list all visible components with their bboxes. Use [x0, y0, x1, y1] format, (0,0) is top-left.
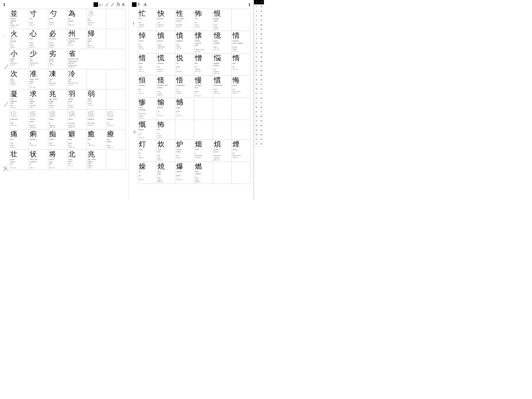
kanji-reading: –YUr 104 s 18	[88, 140, 105, 146]
index-num-28[interactable]: 28	[254, 123, 259, 128]
index-num-56[interactable]: 56	[259, 105, 264, 110]
index-num-23[interactable]: 23	[254, 101, 259, 105]
kanji-meaning: bosom;yearn forKAI	[195, 40, 212, 47]
index-num-61[interactable]: 61	[259, 128, 264, 133]
kanji-cell-empty	[106, 69, 125, 89]
kanji-char: 次	[10, 70, 28, 77]
kanji-cell: 兆 sign, omen;trillion CHŌkizashi..r 10 s…	[87, 150, 106, 170]
table-row: 慨 deplore –GAI#r 61 s 13 怖 fear –FUkowai…	[138, 120, 250, 139]
index-num-6[interactable]: 6	[254, 23, 259, 27]
index-num-51[interactable]: 51	[259, 82, 264, 87]
kanji-meaning: seek,request	[30, 98, 47, 102]
index-num-53[interactable]: 53	[259, 91, 264, 96]
index-num-11[interactable]: 11	[254, 46, 259, 50]
kanji-reading: –BŌisogashiir 61 s 6	[139, 20, 156, 28]
index-num-31[interactable]: 31	[254, 137, 259, 142]
index-num-30[interactable]: 30	[254, 133, 259, 137]
right-stroke-icons: 忄 火	[132, 2, 147, 7]
kanji-meaning: explode	[176, 171, 193, 173]
index-num-44[interactable]: 44	[259, 50, 264, 55]
index-num-13[interactable]: 13	[254, 55, 259, 59]
kanji-char: 畑	[195, 140, 212, 148]
index-num-58[interactable]: 58	[259, 114, 264, 119]
index-num-20[interactable]: 20	[254, 87, 259, 91]
kanji-cell: 氷 ice HYŌkōri kō- hir 85 s 5	[87, 9, 106, 29]
index-num-32[interactable]: 32	[254, 142, 259, 146]
index-num-39[interactable]: 39	[259, 27, 264, 32]
kanji-reading: –KAIayashi..r 61 s 8	[158, 89, 174, 97]
index-num-46[interactable]: 46	[259, 59, 264, 64]
index-num-2[interactable]: 2	[254, 5, 259, 9]
kanji-reading: –EKI YAKUr 104 s 9	[88, 120, 105, 126]
right-stroke-sequence: 忄 火	[138, 2, 147, 7]
index-num-60[interactable]: 60	[259, 123, 264, 128]
index-num-38[interactable]: 38	[259, 23, 264, 27]
index-num-24[interactable]: 24	[254, 105, 259, 110]
index-num-12[interactable]: 12	[254, 50, 259, 55]
index-num-34[interactable]: 34	[259, 5, 264, 9]
kanji-meaning: leader;soon	[49, 158, 66, 163]
index-num-63[interactable]: 63	[259, 137, 264, 142]
index-num-15[interactable]: 15	[254, 64, 259, 69]
kanji-cell: 弱 weak JAKUyowai..r 57 s 10	[87, 89, 106, 109]
index-num-59[interactable]: 59	[259, 119, 264, 123]
index-num-1[interactable]: 1	[254, 0, 259, 5]
index-num-26[interactable]: 26	[254, 114, 259, 119]
kanji-cell: 慢 arrogant;lazy –MAN#r 61 s 14	[194, 76, 213, 97]
index-num-41[interactable]: 41	[259, 37, 264, 41]
index-num-3[interactable]: 3	[254, 9, 259, 14]
kanji-char: 悼	[139, 32, 156, 39]
kanji-char: 壮	[10, 150, 28, 158]
index-num-55[interactable]: 55	[259, 101, 264, 105]
index-num-36[interactable]: 36	[259, 14, 264, 18]
kanji-reading: SHŌsukoshi suku+r 42 s 4	[30, 60, 47, 66]
index-num-47[interactable]: 47	[259, 64, 264, 69]
kanji-cell: 悼 mourn –TŌitamur 61 s 11	[138, 31, 157, 53]
kanji-cell: 炊 cook,boil –SUItakur 86 s 8	[157, 140, 175, 162]
index-num-29[interactable]: 29	[254, 128, 259, 133]
index-num-33[interactable]: 33	[259, 0, 264, 5]
index-num-49[interactable]: 49	[259, 73, 264, 78]
kanji-char: 帰	[88, 30, 105, 38]
index-num-50[interactable]: 50	[259, 78, 264, 82]
kanji-cell: 州 state, province;sandbank SHŪr 47 s 6	[67, 29, 87, 49]
kanji-cell: 並 line up;ordinary HEInarabu.. namir 1* …	[10, 9, 29, 29]
kanji-cell: 痘 smallpox –TŌr 104 s 12	[106, 109, 125, 129]
index-num-52[interactable]: 52	[259, 87, 264, 91]
index-num-17[interactable]: 17	[254, 73, 259, 78]
kanji-meaning: next	[10, 78, 28, 80]
index-num-22[interactable]: 22	[254, 96, 259, 101]
index-num-16[interactable]: 16	[254, 69, 259, 73]
index-num-27[interactable]: 27	[254, 119, 259, 123]
index-num-64[interactable]: 64	[259, 142, 264, 146]
index-num-43[interactable]: 43	[259, 46, 264, 50]
index-num-35[interactable]: 35	[259, 9, 264, 14]
index-num-48[interactable]: 48	[259, 69, 264, 73]
kanji-char: 憤	[176, 32, 193, 39]
index-num-10[interactable]: 10	[254, 41, 259, 46]
kanji-meaning: small	[10, 58, 28, 60]
index-num-57[interactable]: 57	[259, 110, 264, 114]
kanji-meaning: guess;recollect	[214, 40, 231, 44]
kanji-reading: –NENmoeru..r 86 s 16	[195, 175, 212, 183]
kanji-char: 怪	[158, 76, 174, 84]
index-num-25[interactable]: 25	[254, 110, 259, 114]
index-num-19[interactable]: 19	[254, 82, 259, 87]
index-num-62[interactable]: 62	[259, 133, 264, 137]
kanji-cell: 憶 guess;recollect –OKUr 61 s 16	[213, 31, 232, 53]
kanji-meaning: furnace,hearth	[176, 148, 193, 153]
index-num-45[interactable]: 45	[259, 55, 264, 59]
index-num-9[interactable]: 9	[254, 37, 259, 41]
index-num-8[interactable]: 8	[254, 32, 259, 37]
index-num-40[interactable]: 40	[259, 32, 264, 37]
index-num-14[interactable]: 14	[254, 59, 259, 64]
index-num-21[interactable]: 21	[254, 91, 259, 96]
index-num-54[interactable]: 54	[259, 96, 264, 101]
index-num-18[interactable]: 18	[254, 78, 259, 82]
index-num-7[interactable]: 7	[254, 27, 259, 32]
kanji-char: 少	[30, 50, 47, 57]
index-num-4[interactable]: 4	[254, 14, 259, 18]
index-num-37[interactable]: 37	[259, 18, 264, 23]
index-num-5[interactable]: 5	[254, 18, 259, 23]
index-num-42[interactable]: 42	[259, 41, 264, 46]
